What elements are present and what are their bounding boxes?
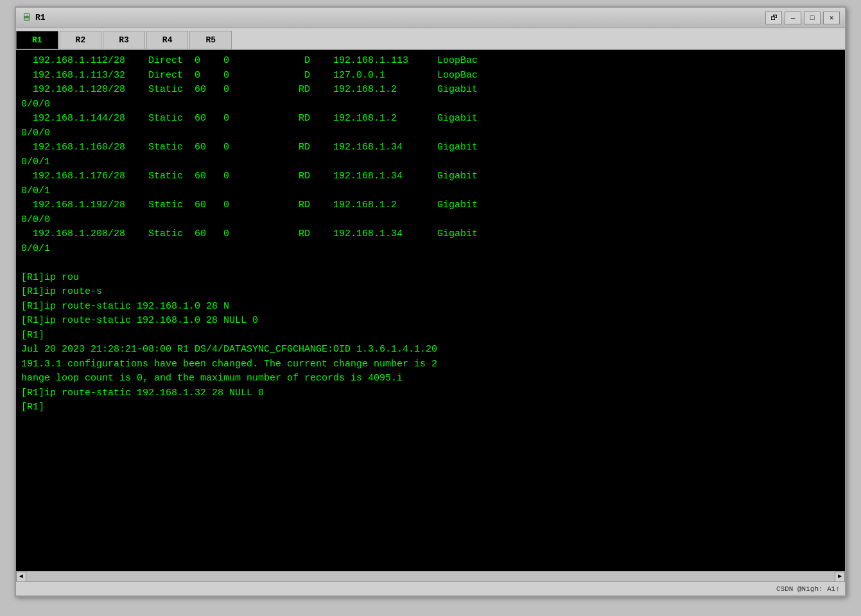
- status-text: CSDN @Nigh: A1↑: [776, 585, 840, 593]
- maximize-button[interactable]: □: [804, 12, 821, 24]
- tab-r4[interactable]: R4: [146, 31, 189, 49]
- window-title: R1: [35, 13, 765, 22]
- title-bar: 🖥 R1 🗗 — □ ✕: [16, 8, 845, 28]
- horizontal-scrollbar: ◄ ►: [16, 571, 845, 581]
- scroll-track[interactable]: [26, 572, 835, 582]
- window-icon: 🖥: [21, 12, 31, 24]
- tab-bar: R1 R2 R3 R4 R5: [16, 28, 845, 50]
- tab-r3[interactable]: R3: [103, 31, 145, 49]
- tab-r2[interactable]: R2: [60, 31, 102, 49]
- main-window: 🖥 R1 🗗 — □ ✕ R1 R2 R3 R4 R5 192.168.1.11…: [15, 6, 846, 597]
- tab-r5[interactable]: R5: [189, 31, 232, 49]
- terminal-container: 192.168.1.112/28 Direct 0 0 D 192.168.1.…: [16, 50, 845, 571]
- status-bar: CSDN @Nigh: A1↑: [16, 581, 845, 595]
- scroll-left-button[interactable]: ◄: [16, 572, 26, 582]
- restore-button[interactable]: 🗗: [765, 12, 782, 24]
- close-button[interactable]: ✕: [823, 12, 840, 24]
- scroll-right-button[interactable]: ►: [835, 572, 845, 582]
- window-controls: 🗗 — □ ✕: [765, 12, 840, 24]
- tab-r1[interactable]: R1: [16, 31, 58, 49]
- minimize-button[interactable]: —: [785, 12, 801, 24]
- terminal-output[interactable]: 192.168.1.112/28 Direct 0 0 D 192.168.1.…: [16, 50, 845, 571]
